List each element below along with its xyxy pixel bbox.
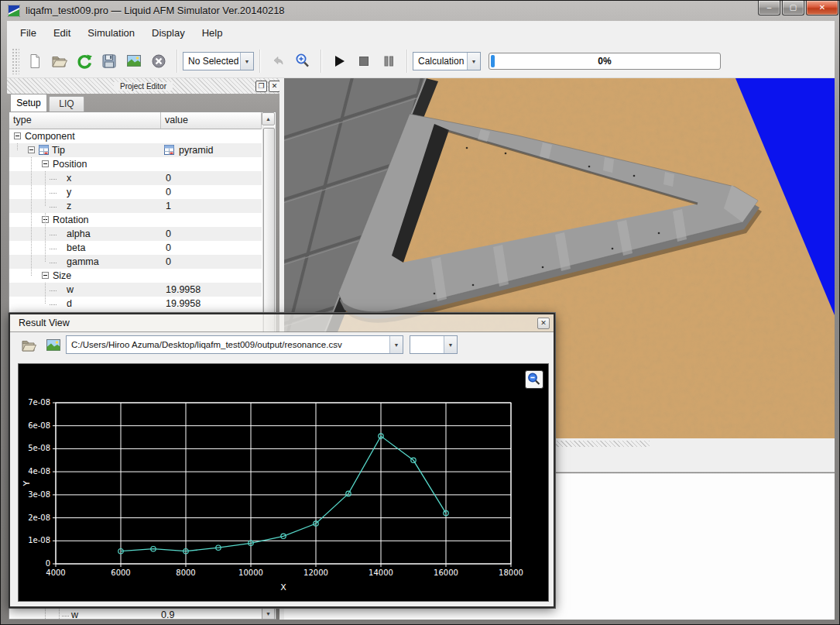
expander-icon[interactable] [14, 132, 21, 139]
tree-row-label: Size [53, 270, 71, 281]
zoom-in-button[interactable] [291, 50, 314, 73]
zoom-out-icon [526, 372, 542, 387]
expander-icon[interactable] [28, 146, 35, 153]
value-icon [164, 145, 174, 156]
zoom-out-button[interactable] [525, 370, 543, 389]
tree-row-label: gamma [67, 256, 99, 267]
calculation-combobox[interactable]: Calculation ▼ [413, 52, 481, 70]
result-open-button[interactable] [17, 334, 40, 357]
tree-row-beta[interactable]: beta0 [9, 241, 262, 255]
tree-row-tip[interactable]: Tippyramid [9, 143, 262, 157]
file-path-combobox[interactable]: C:/Users/Hiroo Azuma/Desktop/liqafm_test… [66, 335, 403, 354]
pause-button[interactable] [377, 50, 400, 73]
tree-row-y[interactable]: y0 [9, 185, 262, 199]
pause-icon [381, 53, 396, 69]
separator [406, 50, 407, 73]
tree-row-w[interactable]: w19.9958 [9, 283, 262, 297]
minimize-button[interactable]: – [758, 1, 780, 15]
tree-row-value: 0 [166, 242, 171, 253]
tree-guide-line [31, 157, 32, 276]
project-editor-header[interactable]: Project Editor ❐ ✕ [7, 78, 279, 94]
result-view-close-button[interactable]: ✕ [537, 318, 550, 329]
svg-text:6e-08: 6e-08 [28, 421, 50, 430]
new-file-button[interactable] [23, 50, 46, 73]
undo-icon [271, 54, 285, 68]
tree-row-value: 0 [166, 256, 171, 267]
tree-row-label: w [67, 284, 74, 295]
result-display-button[interactable] [42, 334, 65, 357]
image-icon [45, 337, 62, 354]
tree-row-value: 0 [166, 187, 171, 197]
menu-item-display[interactable]: Display [143, 24, 194, 42]
tree-row-x[interactable]: x0 [9, 171, 262, 185]
tree-row-component[interactable]: Component [9, 129, 262, 143]
close-panel-button[interactable]: ✕ [269, 81, 280, 92]
save-project-button[interactable] [98, 50, 121, 73]
menu-item-help[interactable]: Help [194, 24, 231, 42]
undo-button[interactable] [266, 50, 290, 73]
file-path-value: C:/Users/Hiroo Azuma/Desktop/liqafm_test… [67, 340, 389, 349]
tree-guide-line [45, 171, 46, 206]
tree-row-rotation[interactable]: Rotation [9, 213, 262, 227]
chevron-down-icon: ▼ [444, 336, 457, 353]
new-file-icon [26, 53, 43, 70]
reload-icon [76, 53, 93, 70]
tree-row-alpha[interactable]: alpha0 [9, 227, 262, 241]
toolbar-handle[interactable] [12, 48, 19, 74]
result-view-titlebar[interactable]: Result View ✕ [10, 314, 554, 332]
cancel-button[interactable] [147, 50, 170, 73]
result-view-title: Result View [19, 318, 70, 328]
tab-liq[interactable]: LIQ [49, 96, 84, 112]
tree-row-z[interactable]: z1 [9, 199, 262, 213]
tree-connector [50, 179, 57, 180]
stop-button[interactable] [352, 50, 375, 73]
tree-row-size[interactable]: Size [9, 269, 262, 283]
tree-row-label: alpha [67, 228, 91, 239]
svg-text:1e-08: 1e-08 [28, 536, 50, 544]
svg-text:16000: 16000 [434, 568, 458, 577]
tree-row-position[interactable]: Position [9, 157, 262, 171]
column-header-value[interactable]: value [161, 112, 262, 129]
tree-row-label: d [67, 298, 72, 309]
separator [177, 50, 177, 73]
separator [321, 50, 321, 73]
svg-text:14000: 14000 [369, 568, 393, 577]
reload-button[interactable] [73, 50, 96, 73]
menu-item-edit[interactable]: Edit [45, 24, 79, 42]
tree-guide-line [45, 283, 46, 304]
tree-row-label: x [67, 173, 71, 184]
open-project-icon [50, 53, 69, 70]
expander-icon[interactable] [42, 160, 49, 167]
chevron-down-icon: ▼ [240, 53, 253, 70]
tree-row-value: 19.9958 [166, 298, 201, 309]
open-folder-icon [20, 337, 37, 354]
open-project-button[interactable] [48, 50, 71, 73]
tab-setup[interactable]: Setup [10, 94, 47, 112]
chart-canvas[interactable]: 400060008000100001200014000160001800001e… [18, 363, 549, 602]
maximize-button[interactable]: ▢ [782, 1, 804, 15]
selection-combobox[interactable]: No Selected ▼ [183, 52, 254, 70]
scrollbar-up-button[interactable]: ▲ [262, 112, 275, 125]
tree-row-label: z [67, 201, 71, 211]
secondary-combobox[interactable]: ▼ [410, 335, 458, 354]
play-button[interactable] [327, 50, 351, 73]
tree-row-gamma[interactable]: gamma0 [9, 255, 262, 269]
expander-icon[interactable] [42, 272, 49, 279]
float-panel-button[interactable]: ❐ [255, 81, 267, 92]
resonance-chart: 400060008000100001200014000160001800001e… [19, 364, 548, 601]
svg-text:12000: 12000 [303, 568, 328, 577]
close-button[interactable]: ✕ [806, 1, 838, 15]
component-icon [39, 145, 49, 156]
menu-item-file[interactable]: File [12, 24, 45, 42]
svg-text:4e-08: 4e-08 [28, 467, 50, 476]
tree-row-partial[interactable]: w 0.9 [9, 608, 262, 620]
column-header-type[interactable]: type [9, 112, 161, 129]
tree-connector [50, 290, 57, 291]
menu-item-simulation[interactable]: Simulation [79, 24, 143, 42]
scrollbar-down-button[interactable]: ▼ [262, 607, 275, 620]
display-button[interactable] [122, 50, 146, 73]
tree-connector [50, 235, 57, 235]
tree-row-d[interactable]: d19.9958 [9, 297, 262, 311]
titlebar[interactable]: liqafm_test009.pro — Liquid AFM Simulato… [1, 1, 839, 21]
tree-row-value: 19.9958 [166, 284, 201, 295]
